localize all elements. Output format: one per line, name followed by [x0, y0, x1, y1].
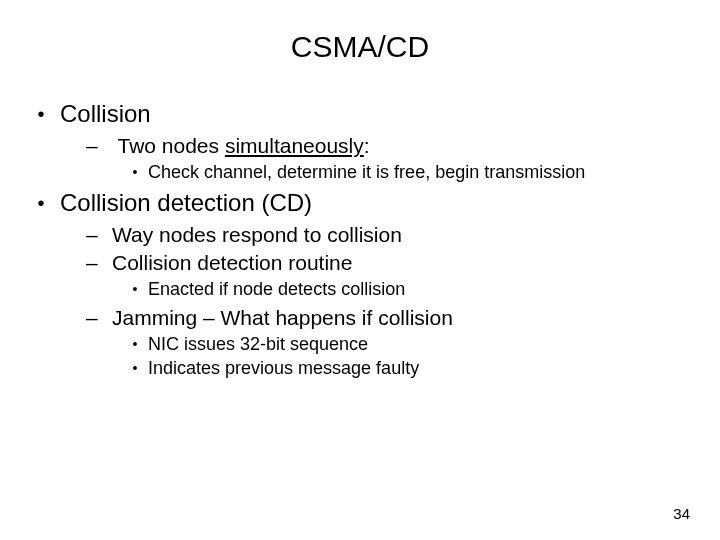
bullet-text-underlined: simultaneously — [225, 134, 364, 157]
bullet-text: Way nodes respond to collision — [112, 223, 402, 246]
list-item: Way nodes respond to collision — [86, 223, 692, 247]
bullet-text: Check channel, determine it is free, beg… — [148, 162, 585, 182]
list-item: Two nodes simultaneously: Check channel,… — [86, 134, 692, 183]
bullet-text: Enacted if node detects collision — [148, 279, 405, 299]
bullet-text: : — [364, 134, 370, 157]
slide-title: CSMA/CD — [28, 30, 692, 64]
bullet-text: Collision — [60, 100, 151, 127]
page-number: 34 — [673, 505, 690, 522]
list-item: Jamming – What happens if collision NIC … — [86, 306, 692, 379]
list-item: Collision detection (CD) Way nodes respo… — [28, 189, 692, 379]
bullet-text: Indicates previous message faulty — [148, 358, 419, 378]
bullet-list: Collision Two nodes simultaneously: Chec… — [28, 100, 692, 379]
bullet-text: Collision detection routine — [112, 251, 352, 274]
list-item: Collision detection routine Enacted if n… — [86, 251, 692, 300]
bullet-text: Two nodes — [117, 134, 224, 157]
bullet-text: Jamming – What happens if collision — [112, 306, 453, 329]
list-item: Collision Two nodes simultaneously: Chec… — [28, 100, 692, 183]
bullet-text: NIC issues 32-bit sequence — [148, 334, 368, 354]
list-item: Enacted if node detects collision — [126, 279, 692, 300]
list-item: Indicates previous message faulty — [126, 358, 692, 379]
bullet-text: Collision detection (CD) — [60, 189, 312, 216]
list-item: NIC issues 32-bit sequence — [126, 334, 692, 355]
list-item: Check channel, determine it is free, beg… — [126, 162, 692, 183]
